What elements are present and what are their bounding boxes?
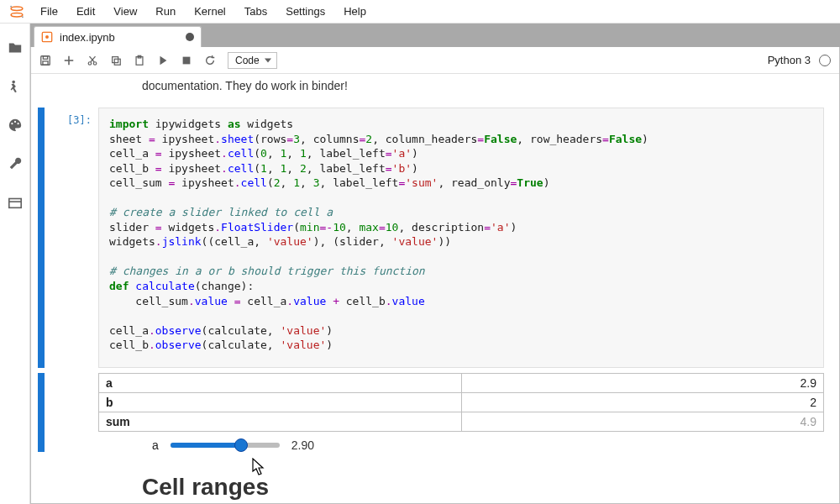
stop-icon[interactable] <box>181 55 192 66</box>
menu-view[interactable]: View <box>105 2 145 21</box>
run-icon[interactable] <box>157 55 169 66</box>
folder-icon[interactable] <box>8 40 23 55</box>
kernel-name[interactable]: Python 3 <box>768 54 811 66</box>
kernel-status-icon <box>819 55 831 66</box>
svg-point-2 <box>10 5 12 7</box>
cell-prompt: [3]: <box>48 108 98 368</box>
save-icon[interactable] <box>39 55 51 66</box>
add-cell-icon[interactable] <box>63 55 75 66</box>
svg-rect-8 <box>8 199 20 208</box>
menu-tabs[interactable]: Tabs <box>236 2 276 21</box>
table-row[interactable]: sum4.9 <box>99 412 824 432</box>
menu-kernel[interactable]: Kernel <box>186 2 234 21</box>
svg-point-11 <box>45 35 49 39</box>
unsaved-dot-icon <box>186 33 194 41</box>
svg-rect-22 <box>114 59 120 65</box>
running-icon[interactable] <box>8 79 23 94</box>
svg-point-6 <box>13 121 15 123</box>
jupyter-logo-icon <box>7 2 27 22</box>
cell-type-select[interactable]: Code <box>228 52 277 69</box>
row-label: a <box>99 374 462 393</box>
svg-point-0 <box>11 7 23 10</box>
tab-label: index.ipynb <box>60 31 179 44</box>
svg-point-5 <box>11 123 13 124</box>
row-label: b <box>99 393 462 412</box>
svg-point-7 <box>17 123 18 124</box>
svg-point-17 <box>88 61 92 65</box>
palette-icon[interactable] <box>8 118 23 133</box>
menu-run[interactable]: Run <box>147 2 184 21</box>
slider-readout: 2.90 <box>291 438 314 452</box>
restart-icon[interactable] <box>204 55 216 66</box>
cut-icon[interactable] <box>87 55 98 66</box>
table-row[interactable]: b2 <box>99 393 824 412</box>
paste-icon[interactable] <box>134 55 145 66</box>
wrench-icon[interactable] <box>8 156 23 171</box>
cell-active-indicator <box>38 373 45 452</box>
row-value[interactable]: 2 <box>461 393 824 412</box>
slider-label: a <box>152 438 159 452</box>
row-value[interactable]: 4.9 <box>461 412 824 432</box>
svg-rect-14 <box>43 60 48 64</box>
notebook-icon <box>41 31 53 43</box>
slider-thumb-icon[interactable] <box>234 438 248 452</box>
float-slider[interactable] <box>171 443 280 448</box>
tabs-icon[interactable] <box>8 195 23 210</box>
menu-settings[interactable]: Settings <box>277 2 333 21</box>
svg-rect-26 <box>183 56 191 64</box>
code-editor[interactable]: import ipywidgets as widgets sheet = ipy… <box>98 108 824 368</box>
row-value[interactable]: 2.9 <box>461 374 824 393</box>
menu-file[interactable]: File <box>32 2 66 21</box>
markdown-fragment: documentation. They do work in binder! <box>142 79 824 92</box>
svg-point-4 <box>12 81 15 84</box>
tab-index-ipynb[interactable]: index.ipynb <box>34 26 202 47</box>
copy-icon[interactable] <box>110 55 122 66</box>
output-prompt <box>48 373 98 452</box>
svg-point-18 <box>93 61 97 65</box>
row-label: sum <box>99 412 462 432</box>
svg-rect-13 <box>43 55 47 59</box>
svg-point-1 <box>11 13 23 16</box>
ipysheet-table[interactable]: a2.9b2sum4.9 <box>98 373 824 432</box>
svg-point-3 <box>22 16 24 18</box>
cell-active-indicator <box>38 108 45 368</box>
svg-rect-21 <box>113 56 118 62</box>
menu-help[interactable]: Help <box>335 2 375 21</box>
menu-edit[interactable]: Edit <box>68 2 103 21</box>
svg-marker-25 <box>160 55 167 65</box>
table-row[interactable]: a2.9 <box>99 374 824 393</box>
markdown-heading: Cell ranges <box>142 474 824 501</box>
